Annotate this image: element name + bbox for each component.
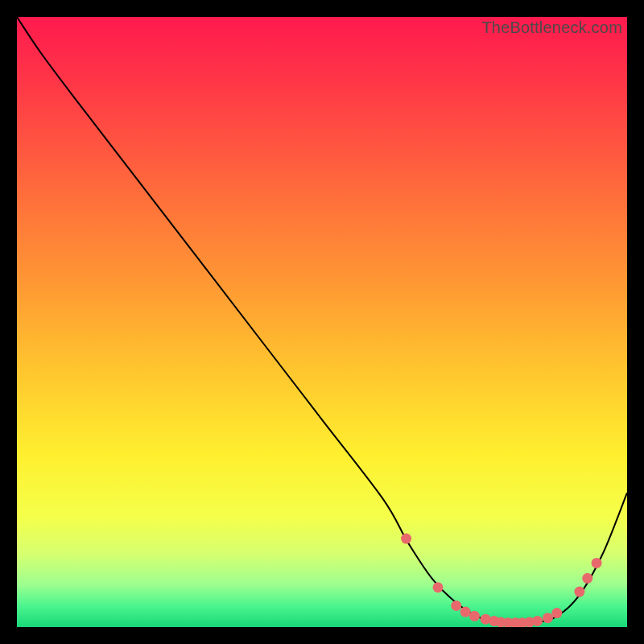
chart-svg — [17, 17, 627, 627]
marker-dot — [532, 616, 543, 626]
marker-dot — [592, 558, 602, 568]
marker-dot — [401, 534, 411, 544]
marker-dot — [433, 582, 444, 592]
marker-dot — [469, 611, 480, 621]
marker-dot — [551, 608, 562, 618]
marker-dot — [582, 573, 592, 584]
chart-background — [17, 17, 627, 627]
chart-frame: TheBottleneck.com — [17, 17, 627, 627]
marker-dot — [460, 607, 471, 617]
marker-dot — [451, 601, 461, 611]
marker-dot — [574, 587, 584, 597]
marker-dot — [543, 613, 553, 623]
